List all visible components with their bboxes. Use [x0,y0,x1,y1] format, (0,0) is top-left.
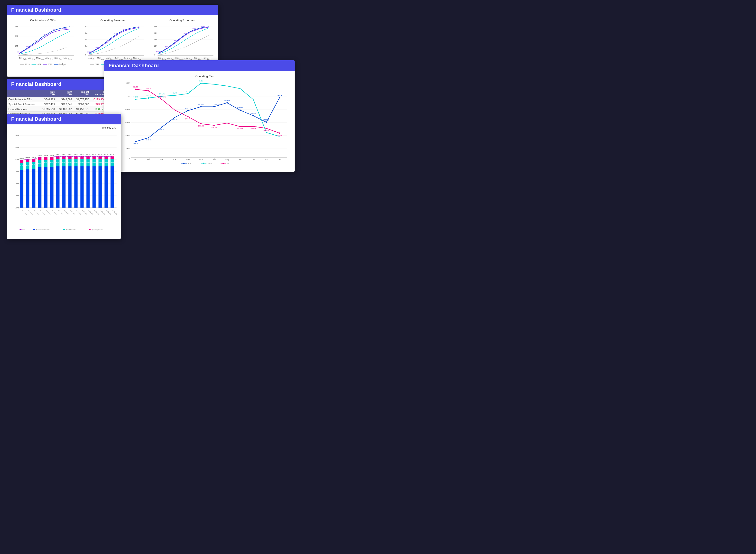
svg-text:$660.9K: $660.9K [160,96,166,98]
svg-text:$649.3K: $649.3K [172,119,178,120]
svg-text:$20.4M: $20.4M [98,154,102,156]
row-budget: $302,500 [73,102,90,107]
svg-text:Feb: Feb [162,58,166,60]
svg-text:Aug: Aug [50,58,53,60]
svg-rect-262 [86,166,90,208]
row-label: Special Event Revenue [7,102,39,107]
svg-text:$3.4M: $3.4M [123,29,127,30]
bar-nov-2021: $20.4M $2.5M [80,154,84,208]
contributions-chart: Contributions & Gifts 3M 2M 1M 0 [8,18,78,67]
svg-text:Jan: Jan [134,158,137,161]
svg-text:Dec: Dec [278,158,281,161]
svg-rect-252 [74,166,78,208]
contributions-legend: 2019 2021 2022 Budget [10,63,75,65]
panel-bars-title: Financial Dashboard [11,116,61,122]
svg-point-84 [195,30,196,31]
svg-text:Apr 30, 2021: Apr 30, 2021 [40,209,46,215]
svg-rect-209 [20,160,23,163]
svg-text:$2.6M: $2.6M [114,33,117,35]
svg-text:May: May [175,57,179,59]
svg-text:$19.3M: $19.3M [19,158,24,159]
svg-text:Jul 31, 2021: Jul 31, 2021 [58,209,63,215]
svg-text:600K: 600K [126,121,130,123]
svg-text:$20.4M: $20.4M [80,154,84,156]
svg-text:Oct: Oct [59,58,62,60]
svg-text:July: July [45,57,49,59]
svg-point-162 [213,125,215,126]
bar-jan-2022: $20.4M $2.5M [92,154,96,208]
svg-point-82 [186,34,187,35]
col-header-variance: $variance [90,90,106,97]
svg-text:20M: 20M [15,158,19,161]
bars-chart-subtitle: Monthly En... [8,125,120,129]
row-2022: $228,541 [56,102,73,107]
svg-text:May: May [106,57,110,59]
svg-text:Apr: Apr [173,158,176,161]
svg-text:$1.2M: $1.2M [96,46,99,48]
svg-text:$883.9K: $883.9K [165,46,170,48]
bars-svg: 24M 22M 20M 18M 16M 14M 12M [8,129,120,233]
svg-text:Jan 31, 2022: Jan 31, 2022 [94,209,100,215]
svg-text:May 31, 2021: May 31, 2021 [46,209,52,215]
bar-mar-2021: $19.8M $2.4M [32,157,36,208]
svg-text:Mar: Mar [160,158,164,161]
svg-text:800K: 800K [126,108,130,110]
svg-point-132 [240,110,241,111]
bar-aug-2021: $20.4M $2.5M [62,154,66,208]
svg-point-120 [161,126,163,128]
svg-point-138 [279,97,280,99]
svg-text:$256.1K: $256.1K [133,143,138,145]
svg-point-8 [19,53,20,54]
svg-text:4M: 4M [85,38,87,41]
svg-point-128 [213,106,215,107]
svg-text:$2.4M: $2.4M [32,164,36,165]
svg-point-45 [98,48,99,49]
svg-rect-244 [62,156,66,159]
svg-text:Sep: Sep [55,57,58,59]
svg-point-170 [279,132,280,134]
svg-text:$2.5M: $2.5M [105,162,108,163]
svg-text:$2.4M: $2.4M [26,165,29,166]
table-row: Contributions & Gifts $744,963 $949,866 … [7,97,114,102]
svg-text:Apr: Apr [101,58,105,60]
svg-rect-284 [111,156,114,159]
svg-text:2M: 2M [15,35,18,37]
svg-text:Total: Total [22,229,25,230]
svg-point-168 [266,128,267,129]
bar-oct-2021: $20.4M $2.5M [74,154,78,208]
svg-text:0: 0 [129,157,130,159]
svg-point-166 [253,126,254,127]
svg-text:$521.9K: $521.9K [198,125,204,127]
svg-text:Apr 30, 2022: Apr 30, 2022 [112,209,118,215]
svg-point-188 [203,163,204,164]
svg-point-51 [125,30,126,31]
svg-text:$997.5: $997.5 [87,51,91,53]
svg-text:24M: 24M [15,134,19,136]
svg-text:Apr: Apr [171,58,174,60]
svg-rect-272 [99,166,102,208]
svg-text:1M: 1M [15,45,18,47]
svg-text:Mar 31, 2021: Mar 31, 2021 [34,209,40,215]
svg-text:Aug: Aug [226,158,229,161]
svg-text:$1.2M: $1.2M [199,80,203,82]
charts-row: Contributions & Gifts 3M 2M 1M 0 [7,15,218,68]
panel-top-title: Financial Dashboard [11,7,61,13]
panel-cash-header: Financial Dashboard [105,60,295,71]
svg-point-12 [37,42,38,43]
svg-text:Nov: Nov [265,158,268,161]
bar-jul-2021: $20.4M $2.5M [56,154,60,208]
operating-revenue-chart: Operating Revenue 8M 6M 4M 2M 0 $997.5 [78,18,147,67]
svg-text:$399.5K: $399.5K [277,134,282,136]
panel-table-header: Financial Dashboard [7,79,114,90]
svg-point-10 [28,48,29,49]
svg-text:$2.5M: $2.5M [80,162,84,163]
svg-point-136 [266,122,267,123]
bar-dec-2021: $20.4M $2.5M [86,154,90,208]
svg-rect-222 [38,167,42,208]
row-variance: -$73,959 [90,102,106,107]
svg-text:Sep: Sep [239,158,242,161]
svg-text:July: July [212,158,216,161]
row-2022: $1,488,202 [56,107,73,112]
svg-text:6M: 6M [85,32,87,34]
svg-text:$2.5M: $2.5M [111,162,114,163]
